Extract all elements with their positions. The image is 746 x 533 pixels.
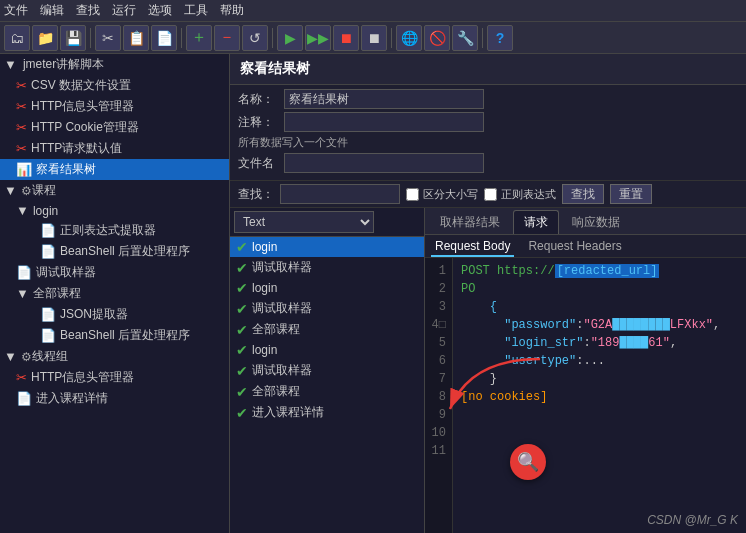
code-line-1: POST https://[redacted_url]: [461, 262, 738, 280]
course-detail-icon: 📄: [16, 391, 32, 406]
debug-icon1: 📄: [16, 265, 32, 280]
toolbar-remote-stop[interactable]: 🚫: [424, 25, 450, 51]
case-checkbox[interactable]: [406, 188, 419, 201]
code-line-7: "usertype":...: [461, 352, 738, 370]
toolbar-shutdown[interactable]: ⏹: [361, 25, 387, 51]
search-input[interactable]: [280, 184, 400, 204]
menu-help[interactable]: 帮助: [220, 2, 244, 19]
sidebar-item-jmeter-root[interactable]: ▼ jmeter讲解脚本: [0, 54, 229, 75]
search-label: 查找：: [238, 186, 274, 203]
comment-row: 注释：: [238, 112, 738, 132]
toolbar-remote-start[interactable]: 🌐: [396, 25, 422, 51]
sidebar-label-beanshell-login: BeanShell 后置处理程序: [60, 243, 190, 260]
sidebar-item-course-group[interactable]: ▼ ⚙ 课程: [0, 180, 229, 201]
reset-button[interactable]: 重置: [610, 184, 652, 204]
toolbar-save[interactable]: 💾: [60, 25, 86, 51]
menu-tools[interactable]: 工具: [184, 2, 208, 19]
sidebar-item-course-detail[interactable]: 📄 进入课程详情: [0, 388, 229, 409]
name-input[interactable]: [284, 89, 484, 109]
toolbar-add[interactable]: ＋: [186, 25, 212, 51]
view-selector[interactable]: Text: [234, 211, 374, 233]
result-item-login1[interactable]: ✔ login: [230, 237, 424, 257]
toolbar-clear[interactable]: ↺: [242, 25, 268, 51]
code-area: 1 2 3 4□ 5 6 7 8 9 10 11 POST https://[r…: [425, 258, 746, 533]
sidebar-item-json[interactable]: 📄 JSON提取器: [0, 304, 229, 325]
tab-response[interactable]: 响应数据: [561, 210, 631, 234]
result-item-debug2[interactable]: ✔ 调试取样器: [230, 298, 424, 319]
sidebar-item-cookie[interactable]: ✂ HTTP Cookie管理器: [0, 117, 229, 138]
result-item-all-course2[interactable]: ✔ 全部课程: [230, 381, 424, 402]
menu-edit[interactable]: 编辑: [40, 2, 64, 19]
result-list: Text ✔ login ✔ 调试取样器 ✔ login: [230, 208, 425, 533]
sidebar-item-thread-group[interactable]: ▼ ⚙ 线程组: [0, 346, 229, 367]
filename-row: 文件名: [238, 153, 738, 173]
filename-input[interactable]: [284, 153, 484, 173]
toolbar-stop[interactable]: ⏹: [333, 25, 359, 51]
sidebar-item-debug-sampler1[interactable]: 📄 调试取样器: [0, 262, 229, 283]
sidebar-item-login[interactable]: ▼ login: [0, 201, 229, 220]
course-collapse-icon: ▼: [4, 183, 17, 198]
code-line-10: [no cookies]: [461, 388, 738, 406]
result-item-login2[interactable]: ✔ login: [230, 278, 424, 298]
name-label: 名称：: [238, 91, 278, 108]
result-item-debug3[interactable]: ✔ 调试取样器: [230, 360, 424, 381]
sidebar-item-beanshell2[interactable]: 📄 BeanShell 后置处理程序: [0, 325, 229, 346]
sidebar-item-http-default[interactable]: ✂ HTTP请求默认值: [0, 138, 229, 159]
result-label-debug2: 调试取样器: [252, 300, 312, 317]
toolbar-remove[interactable]: －: [214, 25, 240, 51]
search-highlight-icon: 🔍: [510, 444, 546, 480]
result-label-course-detail: 进入课程详情: [252, 404, 324, 421]
beanshell2-icon: 📄: [40, 328, 56, 343]
tab-request[interactable]: 请求: [513, 210, 559, 234]
panel-header: 察看结果树: [230, 54, 746, 85]
find-button[interactable]: 查找: [562, 184, 604, 204]
sidebar-item-csv[interactable]: ✂ CSV 数据文件设置: [0, 75, 229, 96]
toolbar-new[interactable]: 🗂: [4, 25, 30, 51]
result-item-course-detail[interactable]: ✔ 进入课程详情: [230, 402, 424, 423]
menu-run[interactable]: 运行: [112, 2, 136, 19]
line-num-7: 7: [431, 370, 446, 388]
line-numbers: 1 2 3 4□ 5 6 7 8 9 10 11: [425, 258, 453, 533]
sidebar-item-beanshell-login[interactable]: 📄 BeanShell 后置处理程序: [0, 241, 229, 262]
sidebar-item-http-header2[interactable]: ✂ HTTP信息头管理器: [0, 367, 229, 388]
sidebar-label-http-default: HTTP请求默认值: [31, 140, 122, 157]
sidebar: ▼ jmeter讲解脚本 ✂ CSV 数据文件设置 ✂ HTTP信息头管理器 ✂…: [0, 54, 230, 533]
sidebar-item-all-course[interactable]: ▼ 全部课程: [0, 283, 229, 304]
results-area: Text ✔ login ✔ 调试取样器 ✔ login: [230, 208, 746, 533]
toolbar-copy[interactable]: 📋: [123, 25, 149, 51]
result-item-debug1[interactable]: ✔ 调试取样器: [230, 257, 424, 278]
sidebar-label-login: login: [33, 204, 58, 218]
sub-tab-request-body[interactable]: Request Body: [431, 237, 514, 257]
result-items: ✔ login ✔ 调试取样器 ✔ login ✔ 调试取样器: [230, 237, 424, 533]
line-num-10: 10: [431, 424, 446, 442]
sidebar-item-http-header[interactable]: ✂ HTTP信息头管理器: [0, 96, 229, 117]
filename-label: 文件名: [238, 155, 278, 172]
code-content: POST https://[redacted_url] PO { "passwo…: [453, 258, 746, 533]
code-line-8: }: [461, 370, 738, 388]
regex-icon: 📄: [40, 223, 56, 238]
toolbar-templates[interactable]: 🔧: [452, 25, 478, 51]
toolbar-paste[interactable]: 📄: [151, 25, 177, 51]
menubar: 文件 编辑 查找 运行 选项 工具 帮助: [0, 0, 746, 22]
sidebar-item-results-tree[interactable]: 📊 察看结果树: [0, 159, 229, 180]
regex-checkbox[interactable]: [484, 188, 497, 201]
result-item-all-course1[interactable]: ✔ 全部课程: [230, 319, 424, 340]
toolbar-help[interactable]: ?: [487, 25, 513, 51]
toolbar-open[interactable]: 📁: [32, 25, 58, 51]
menu-file[interactable]: 文件: [4, 2, 28, 19]
tab-sampler-result[interactable]: 取样器结果: [429, 210, 511, 234]
toolbar: 🗂 📁 💾 ✂ 📋 📄 ＋ － ↺ ▶ ▶▶ ⏹ ⏹ 🌐 🚫 🔧 ?: [0, 22, 746, 54]
toolbar-start-no-pause[interactable]: ▶▶: [305, 25, 331, 51]
menu-options[interactable]: 选项: [148, 2, 172, 19]
sidebar-item-regex[interactable]: 📄 正则表达式提取器: [0, 220, 229, 241]
sub-tabs: Request Body Request Headers: [425, 235, 746, 258]
comment-input[interactable]: [284, 112, 484, 132]
menu-find[interactable]: 查找: [76, 2, 100, 19]
sub-tab-request-headers[interactable]: Request Headers: [524, 237, 625, 257]
toolbar-cut[interactable]: ✂: [95, 25, 121, 51]
sidebar-label-all-course: 全部课程: [33, 285, 81, 302]
toolbar-start[interactable]: ▶: [277, 25, 303, 51]
result-item-login3[interactable]: ✔ login: [230, 340, 424, 360]
check-icon-5: ✔: [236, 322, 248, 338]
toolbar-sep4: [391, 28, 392, 48]
